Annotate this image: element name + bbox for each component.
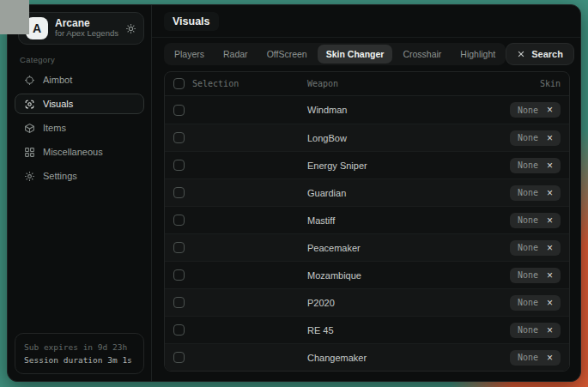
skin-cell: None × xyxy=(478,213,561,228)
skin-select-chip[interactable]: None × xyxy=(510,158,561,173)
row-checkbox[interactable] xyxy=(173,160,185,171)
clear-skin-icon[interactable]: × xyxy=(547,215,553,226)
skin-value: None xyxy=(518,353,538,362)
checkbox-cell xyxy=(173,132,307,143)
sidebar-nav: Aimbot Visuals Items xyxy=(15,70,144,186)
skin-cell: None × xyxy=(478,268,561,283)
select-all-checkbox[interactable] xyxy=(173,78,185,89)
sidebar-item-label: Visuals xyxy=(43,99,73,109)
skin-select-chip[interactable]: None × xyxy=(510,130,561,146)
clear-skin-icon[interactable]: × xyxy=(547,353,553,363)
table-row: Mastiff None × xyxy=(165,206,569,233)
sidebar-item-aimbot[interactable]: Aimbot xyxy=(15,70,144,90)
skin-select-chip[interactable]: None × xyxy=(510,102,561,118)
skin-value: None xyxy=(518,188,538,197)
skin-select-chip[interactable]: None × xyxy=(510,240,561,256)
skin-cell: None × xyxy=(478,185,561,201)
selection-header-cell: Selection xyxy=(173,78,307,89)
clear-skin-icon[interactable]: × xyxy=(547,325,553,336)
row-checkbox[interactable] xyxy=(173,132,185,143)
tabs-row: Players Radar OffScreen Skin Changer Cro… xyxy=(152,38,580,65)
row-checkbox[interactable] xyxy=(173,297,185,308)
tab[interactable]: Skin Changer xyxy=(318,45,393,63)
sidebar-item-label: Items xyxy=(43,123,66,133)
tab-bar: Players Radar OffScreen Skin Changer Cro… xyxy=(164,43,506,65)
skin-header-label: Skin xyxy=(478,79,561,88)
page-title: Visuals xyxy=(164,12,219,31)
skin-value: None xyxy=(518,106,538,115)
skin-changer-table: Selection Weapon Skin Windman None xyxy=(164,71,570,372)
table-row: Peacemaker None × xyxy=(165,233,569,261)
skin-value: None xyxy=(518,298,538,307)
table-header-row: Selection Weapon Skin xyxy=(165,72,569,96)
checkbox-cell xyxy=(173,269,307,281)
skin-value: None xyxy=(518,270,538,280)
clear-skin-icon[interactable]: × xyxy=(547,160,553,171)
skin-select-chip[interactable]: None × xyxy=(510,350,561,366)
table-row: Mozambique None × xyxy=(165,261,569,288)
checkbox-cell xyxy=(173,324,307,336)
crosshair-icon xyxy=(24,75,35,86)
row-checkbox[interactable] xyxy=(173,352,185,363)
gear-icon xyxy=(24,171,35,182)
row-checkbox[interactable] xyxy=(173,324,185,336)
tab[interactable]: Radar xyxy=(215,45,257,63)
row-checkbox[interactable] xyxy=(173,215,185,226)
table-row: P2020 None × xyxy=(165,288,569,316)
table-row: Changemaker None × xyxy=(165,343,569,371)
sidebar-item-label: Settings xyxy=(43,171,77,181)
row-checkbox[interactable] xyxy=(173,269,185,281)
skin-value: None xyxy=(518,243,538,252)
clear-skin-icon[interactable]: × xyxy=(547,188,553,198)
skin-select-chip[interactable]: None × xyxy=(510,323,561,338)
weapon-name: Energy Sniper xyxy=(307,160,478,171)
sidebar-item-label: Miscellaneous xyxy=(43,147,103,157)
tab[interactable]: OffScreen xyxy=(258,45,316,63)
skin-cell: None × xyxy=(478,350,561,366)
sidebar-item-miscellaneous[interactable]: Miscellaneous xyxy=(15,142,144,162)
app-subtitle: for Apex Legends xyxy=(55,29,118,39)
search-button[interactable]: Search xyxy=(506,43,574,65)
weapon-name: P2020 xyxy=(307,298,478,308)
skin-value: None xyxy=(518,160,538,170)
skin-cell: None × xyxy=(478,240,561,256)
sidebar-item-items[interactable]: Items xyxy=(15,118,144,138)
checkbox-cell xyxy=(173,187,307,198)
background-window-fragment xyxy=(0,0,29,34)
gear-icon[interactable] xyxy=(125,23,136,34)
row-checkbox[interactable] xyxy=(173,242,185,253)
category-label: Category xyxy=(20,55,151,64)
sidebar-item-settings[interactable]: Settings xyxy=(15,166,144,186)
checkbox-cell xyxy=(173,297,307,308)
grid-icon xyxy=(24,147,35,158)
clear-skin-icon[interactable]: × xyxy=(547,243,553,253)
app-title: Arcane xyxy=(55,18,118,30)
skin-select-chip[interactable]: None × xyxy=(510,213,561,228)
sub-expiry-text: Sub expires in 9d 23h xyxy=(24,341,135,354)
main-panel: Visuals Players Radar OffScreen Skin Cha… xyxy=(152,5,580,381)
skin-select-chip[interactable]: None × xyxy=(510,268,561,283)
row-checkbox[interactable] xyxy=(173,105,185,116)
tab[interactable]: Players xyxy=(166,45,213,63)
brand-text: Arcane for Apex Legends xyxy=(55,18,118,39)
checkbox-cell xyxy=(173,160,307,171)
skin-cell: None × xyxy=(478,102,561,118)
sidebar-item-label: Aimbot xyxy=(43,75,72,85)
scan-eye-icon xyxy=(24,99,35,110)
tab[interactable]: Highlight xyxy=(452,45,504,63)
clear-skin-icon[interactable]: × xyxy=(547,270,553,281)
checkbox-cell xyxy=(173,352,307,363)
skin-select-chip[interactable]: None × xyxy=(510,185,561,201)
skin-cell: None × xyxy=(478,130,561,146)
clear-skin-icon[interactable]: × xyxy=(547,133,553,143)
tab[interactable]: Crosshair xyxy=(394,45,450,63)
sidebar-item-visuals[interactable]: Visuals xyxy=(15,94,144,114)
skin-cell: None × xyxy=(478,158,561,173)
box-icon xyxy=(24,123,35,134)
skin-value: None xyxy=(518,133,538,142)
clear-skin-icon[interactable]: × xyxy=(547,298,553,308)
clear-skin-icon[interactable]: × xyxy=(547,105,553,115)
table-row: Windman None × xyxy=(165,96,569,124)
skin-select-chip[interactable]: None × xyxy=(510,295,561,311)
row-checkbox[interactable] xyxy=(173,187,185,198)
